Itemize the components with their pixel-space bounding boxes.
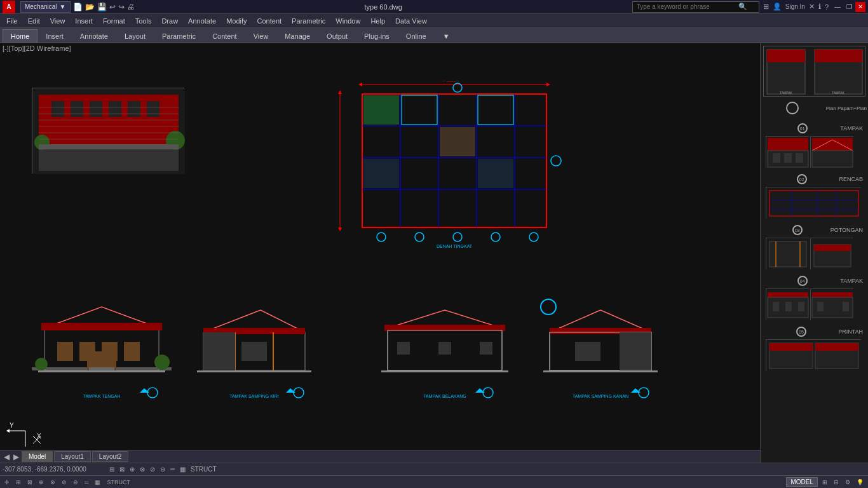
panel-01-thumb1[interactable] [766,136,809,168]
tab-layout1[interactable]: Layout1 [54,451,91,462]
right-panel: TAMPAK TAMPAK Plan Papam+Plan 01 TAMPAK [760,43,868,463]
svg-rect-116 [773,153,780,163]
search-box[interactable]: 🔍 [632,1,759,13]
nav-circle[interactable] [786,102,799,114]
tab-home[interactable]: Home [3,29,37,43]
panel-02-thumb[interactable] [766,187,861,219]
sign-in-label[interactable]: Sign In [785,3,805,10]
bt-trans-icon[interactable]: ▦ [93,478,102,486]
menu-modify[interactable]: Modify [221,14,252,28]
tab-insert[interactable]: Insert [37,29,72,43]
tab-plugins[interactable]: Plug-ins [356,29,398,43]
tab-layout[interactable]: Layout [116,29,154,43]
menu-draw[interactable]: Draw [156,14,183,28]
search-input[interactable] [637,3,738,10]
bt-viewport-icon[interactable]: ⊟ [832,478,841,486]
workspace-dropdown[interactable]: Mechanical ▼ [20,1,71,13]
qat-plot[interactable]: 🖨 [127,3,135,11]
model-button[interactable]: MODEL [786,477,818,487]
tab-model[interactable]: Model [22,451,53,462]
panel-03-thumb1[interactable] [766,238,809,269]
main-canvas[interactable]: [-][Top][2D Wireframe] [0,43,760,463]
panel-05-thumb[interactable] [766,339,861,371]
svg-point-43 [491,233,500,241]
status-icon-lw[interactable]: ═ [170,466,175,473]
svg-rect-137 [814,245,851,251]
bt-lineweight-icon[interactable]: ═ [83,478,90,486]
svg-rect-6 [109,101,121,117]
tab-layout2[interactable]: Layout2 [92,451,129,462]
tab-more[interactable]: ▼ [435,29,458,43]
qat-redo[interactable]: ↪ [118,3,125,11]
qat-new[interactable]: 📄 [73,3,83,11]
bt-allow-icon[interactable]: ⊘ [60,478,69,486]
tab-online[interactable]: Online [398,29,435,43]
tab-output[interactable]: Output [318,29,356,43]
bt-settings-icon[interactable]: ⚙ [843,478,852,486]
menu-parametric[interactable]: Parametric [287,14,330,28]
status-icon-polar[interactable]: ⊗ [140,466,145,473]
svg-rect-143 [798,302,804,311]
menu-edit[interactable]: Edit [23,14,45,28]
svg-rect-118 [796,153,803,163]
menu-help[interactable]: Help [365,14,390,28]
panel-entry-05: 05 PRINTAH [763,324,865,371]
bt-layout-icon[interactable]: ⊞ [820,478,829,486]
svg-rect-5 [90,101,102,117]
help-icon[interactable]: ? [825,3,829,11]
svg-rect-148 [843,302,849,311]
bt-light-icon[interactable]: 💡 [855,478,865,486]
bt-otrack-icon[interactable]: ⊗ [48,478,57,486]
status-icon-grid[interactable]: ⊞ [109,466,114,473]
menu-file[interactable]: File [1,14,23,28]
panel-04-thumb1[interactable] [766,288,809,320]
sign-in-icon[interactable]: 👤 [773,3,782,11]
panel-03-thumb2[interactable] [810,238,853,269]
status-icon-otrack[interactable]: ⊘ [150,466,155,473]
panel-04-thumb2[interactable] [810,288,853,320]
status-struct: STRUCT [191,466,217,473]
info-icon[interactable]: ℹ [818,3,821,11]
status-icon-tp[interactable]: ▦ [180,466,186,473]
tab-manage[interactable]: Manage [276,29,318,43]
qat-save[interactable]: 💾 [97,3,107,11]
tab-next[interactable]: ▶ [12,452,20,461]
close-button[interactable]: ✕ [855,2,865,12]
tab-parametric[interactable]: Parametric [154,29,204,43]
menu-view[interactable]: View [45,14,71,28]
menu-annotate[interactable]: Annotate [183,14,221,28]
elevation-front: TAMPAK TENGAH [32,304,172,405]
bt-grid-icon[interactable]: ⊞ [14,478,23,486]
menu-dataview[interactable]: Data View [390,14,432,28]
status-icon-ortho[interactable]: ⊕ [130,466,135,473]
tab-annotate[interactable]: Annotate [72,29,116,43]
apps-icon[interactable]: ⊞ [763,3,769,11]
restore-button[interactable]: ❐ [844,2,854,12]
panel-01-thumb2[interactable] [810,136,853,168]
bt-crosshair-icon[interactable]: ✛ [3,478,11,486]
svg-rect-29 [478,159,513,188]
close-x-icon[interactable]: ✕ [809,3,815,11]
menu-window[interactable]: Window [330,14,365,28]
menu-insert[interactable]: Insert [70,14,98,28]
status-icon-snap[interactable]: ⊠ [119,466,125,473]
qat-open[interactable]: 📂 [85,3,95,11]
menu-content[interactable]: Content [252,14,287,28]
tab-content[interactable]: Content [204,29,245,43]
bt-snap-icon[interactable]: ⊠ [25,478,34,486]
bt-ducs-icon[interactable]: ⊖ [71,478,80,486]
panel-03-num: 03 [792,225,803,235]
svg-rect-82 [438,342,451,355]
panel-02-num: 02 [797,174,807,184]
svg-rect-71 [203,332,235,370]
menu-format[interactable]: Format [98,14,130,28]
tab-view[interactable]: View [245,29,277,43]
minimize-button[interactable]: — [832,2,843,12]
bt-polar-icon[interactable]: ⊕ [37,478,46,486]
qat-undo[interactable]: ↩ [109,3,116,11]
menu-tools[interactable]: Tools [130,14,157,28]
bt-struct-label: STRUCT [105,478,132,486]
tab-prev[interactable]: ◀ [3,452,11,461]
status-icon-ducs[interactable]: ⊖ [160,466,165,473]
panel-thumb-large[interactable]: TAMPAK TAMPAK [763,46,865,97]
